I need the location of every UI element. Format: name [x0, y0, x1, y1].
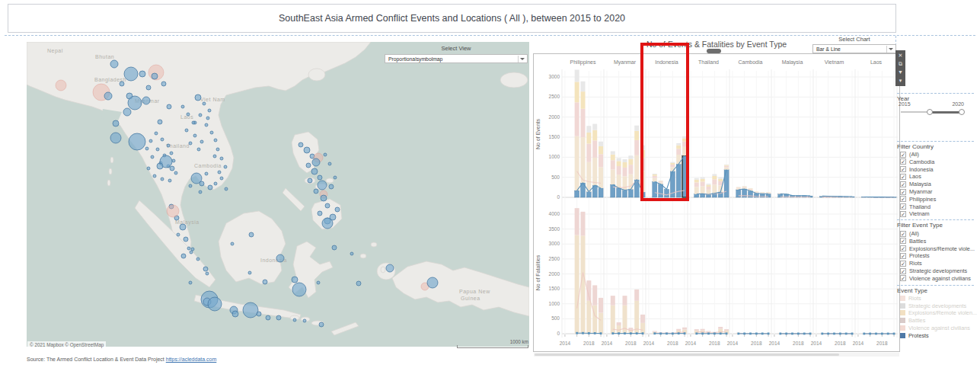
bar-events-other[interactable] [628, 165, 633, 174]
map-bubble[interactable] [321, 195, 327, 201]
map-bubble[interactable] [206, 117, 209, 120]
map-bubble[interactable] [161, 138, 164, 141]
bar-events-other[interactable] [670, 162, 675, 163]
bar-events-other[interactable] [653, 174, 657, 174]
bar-events-other[interactable] [634, 155, 639, 180]
map-bubble[interactable] [156, 148, 159, 151]
bar-events-other[interactable] [617, 161, 621, 166]
bar-events-other[interactable] [694, 180, 699, 183]
bar-events-other[interactable] [623, 176, 627, 190]
bar-events-protests[interactable] [623, 190, 627, 197]
bar-fatalities-pink[interactable] [694, 329, 699, 331]
map-bubble[interactable] [225, 187, 228, 190]
map-bubble[interactable] [304, 147, 310, 153]
map-bubble[interactable] [168, 179, 171, 182]
bar-events-other[interactable] [586, 126, 591, 133]
map-bubble[interactable] [330, 214, 336, 220]
map-bubble[interactable] [325, 203, 330, 208]
map-bubble[interactable] [200, 181, 204, 186]
bar-events-other[interactable] [575, 70, 579, 82]
fatalities-line-marker[interactable] [582, 332, 584, 334]
bar-events-other[interactable] [611, 155, 615, 160]
fatalities-line-marker[interactable] [875, 333, 877, 335]
map-bubble[interactable] [218, 171, 221, 174]
fatalities-line-marker[interactable] [636, 332, 638, 334]
fatalities-line-marker[interactable] [695, 332, 697, 334]
filter-country-thailand[interactable]: ✓Thailand [900, 203, 931, 210]
map-bubble[interactable] [195, 94, 201, 101]
map-bubble[interactable] [308, 178, 312, 183]
map-bubble[interactable] [124, 67, 138, 81]
map-bubble[interactable] [113, 120, 119, 126]
bar-fatalities-tan[interactable] [599, 313, 603, 334]
fatalities-line-marker[interactable] [833, 333, 835, 335]
map-bubble[interactable] [184, 237, 188, 242]
checkbox-checked-icon[interactable]: ✓ [900, 211, 906, 217]
map-bubble[interactable] [152, 73, 158, 79]
chart-panel[interactable]: 050010001500200025003000No of Events0500… [533, 53, 900, 352]
legend-item-violence-against-civilians[interactable]: Violence against civilians [900, 325, 970, 331]
bar-fatalities-pink[interactable] [634, 290, 639, 301]
map-bubble[interactable] [276, 254, 284, 262]
fatalities-line-marker[interactable] [611, 332, 614, 334]
bar-events-other[interactable] [736, 187, 741, 188]
fatalities-line-marker[interactable] [768, 332, 770, 334]
fatalities-line-marker[interactable] [624, 332, 626, 334]
map-bubble[interactable] [181, 105, 184, 108]
bar-events-other[interactable] [581, 82, 586, 91]
filter-country-vietnam[interactable]: ✓Vietnam [900, 210, 930, 217]
checkbox-checked-icon[interactable]: ✓ [900, 245, 906, 251]
map-bubble[interactable] [177, 233, 180, 236]
bar-events-other[interactable] [701, 181, 705, 186]
map-bubble[interactable] [110, 60, 118, 68]
map-bubble[interactable] [257, 312, 261, 316]
fatalities-line-marker[interactable] [839, 333, 841, 335]
map-bubble[interactable] [174, 171, 177, 174]
filter-event-type-battles[interactable]: ✓Battles [900, 238, 926, 245]
map-bubble[interactable] [187, 113, 190, 116]
map-bubble[interactable] [335, 207, 340, 212]
checkbox-checked-icon[interactable]: ✓ [900, 181, 906, 187]
map-bubble[interactable] [386, 264, 394, 272]
fatalities-line-marker[interactable] [726, 332, 728, 334]
map-bubble[interactable] [220, 157, 223, 160]
bar-events-other[interactable] [581, 109, 586, 137]
bar-events-other[interactable] [623, 162, 627, 168]
bar-fatalities-pink[interactable] [628, 328, 633, 330]
map-bubble[interactable] [210, 131, 213, 134]
bar-fatalities-pink[interactable] [701, 329, 705, 331]
bar-fatalities-pink[interactable] [575, 208, 579, 235]
bar-events-other[interactable] [707, 185, 711, 187]
bar-events-other[interactable] [586, 133, 591, 144]
map-bubble[interactable] [181, 254, 186, 258]
bar-fatalities-pink[interactable] [724, 329, 729, 331]
map-bubble[interactable] [311, 168, 318, 174]
checkbox-checked-icon[interactable]: ✓ [900, 268, 906, 274]
fatalities-line-marker[interactable] [809, 333, 812, 335]
bar-events-other[interactable] [676, 149, 681, 155]
bar-events-other[interactable] [682, 136, 687, 139]
map-bubble[interactable] [332, 245, 337, 250]
fatalities-line-marker[interactable] [576, 332, 578, 334]
map-bubble[interactable] [139, 71, 145, 77]
bar-events-protests[interactable] [724, 170, 729, 197]
fatalities-line-marker[interactable] [845, 333, 848, 335]
map-bubble[interactable] [319, 322, 324, 327]
fatalities-line-marker[interactable] [797, 333, 800, 335]
bar-events-protests[interactable] [586, 192, 591, 197]
filter-country-cambodia[interactable]: ✓Cambodia [900, 158, 934, 165]
filter-country-malaysia[interactable]: ✓Malaysia [900, 181, 931, 187]
legend-item-strategic-developments[interactable]: Strategic developments [900, 302, 966, 309]
filter-country-myanmar[interactable]: ✓Myanmar [900, 188, 932, 195]
map-bubble[interactable] [189, 184, 192, 187]
fatalities-line-marker[interactable] [881, 333, 883, 335]
fatalities-line-marker[interactable] [630, 332, 632, 334]
bar-events-other[interactable] [676, 146, 681, 149]
legend-item-protests[interactable]: Protests [900, 332, 929, 339]
legend-item-battles[interactable]: Battles [900, 317, 925, 324]
map-bubble[interactable] [196, 258, 200, 261]
bar-events-other[interactable] [581, 137, 586, 183]
map-bubble[interactable] [293, 318, 296, 322]
fatalities-line-marker[interactable] [827, 333, 829, 335]
filter-event-type-violence-against-civilians[interactable]: ✓Violence against civilians [900, 275, 971, 282]
